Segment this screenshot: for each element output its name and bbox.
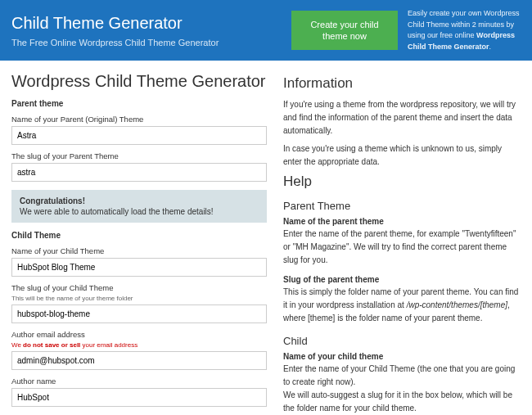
main-container: Wordpress Child Theme Generator Parent t… [0, 61, 532, 415]
child-slug-hint: This will be the name of your theme fold… [11, 295, 267, 302]
parent-slug-label: The slug of your Parent Theme [11, 151, 267, 160]
help-parent-name: Name of the parent theme Enter the name … [283, 217, 521, 267]
info-heading: Information [283, 75, 521, 92]
author-email-input[interactable] [11, 351, 267, 370]
info-column: Information If you're using a theme from… [283, 72, 521, 415]
author-email-hint: We do not save or sell your email addres… [11, 341, 267, 349]
alert-text: We were able to automatically load the t… [20, 207, 214, 216]
parent-slug-input[interactable] [11, 163, 267, 182]
author-email-label: Author email address [11, 330, 267, 339]
form-column: Wordpress Child Theme Generator Parent t… [11, 72, 267, 415]
help-child-heading: Child [283, 335, 521, 347]
header-description: Easily create your own Wordpress Child T… [398, 8, 521, 52]
child-name-label: Name of your Child Theme [11, 246, 267, 255]
alert-title: Congratulations! [20, 196, 259, 205]
help-child-name-body: Enter the name of your Child Theme (the … [283, 363, 521, 415]
help-parent-slug-title: Slug of the parent theme [283, 275, 521, 284]
child-name-input[interactable] [11, 258, 267, 277]
help-parent-name-body: Enter the name of the parent theme, for … [283, 228, 521, 267]
help-heading: Help [283, 174, 521, 190]
page-header: Child Theme Generator The Free Online Wo… [0, 0, 532, 61]
success-alert: Congratulations! We were able to automat… [11, 190, 267, 223]
child-slug-input[interactable] [11, 304, 267, 323]
header-cta-button[interactable]: Create your child theme now [291, 11, 398, 51]
help-child-name: Name of your child theme Enter the name … [283, 352, 521, 415]
child-section-label: Child Theme [11, 231, 267, 240]
author-name-input[interactable] [11, 388, 267, 407]
help-child-name-title: Name of your child theme [283, 352, 521, 361]
help-parent-slug-path: /wp-content/themes/[theme] [407, 300, 507, 309]
author-name-label: Author name [11, 377, 267, 386]
help-parent-heading: Parent Theme [283, 200, 521, 212]
site-title: Child Theme Generator [11, 14, 291, 33]
site-subtitle: The Free Online Wordpress Child Theme Ge… [11, 38, 291, 47]
parent-name-label: Name of your Parent (Original) Theme [11, 115, 267, 124]
header-desc-post: . [489, 43, 492, 51]
info-p1: If you're using a theme from the wordpre… [283, 98, 521, 138]
help-parent-slug: Slug of the parent theme This is simply … [283, 275, 521, 325]
info-p2: In case you're using a theme which is un… [283, 142, 521, 169]
header-left: Child Theme Generator The Free Online Wo… [11, 14, 291, 47]
child-slug-label: The slug of your Child Theme [11, 283, 267, 292]
help-parent-name-title: Name of the parent theme [283, 217, 521, 226]
help-parent-slug-body: This is simply the folder name of your p… [283, 286, 521, 325]
parent-name-input[interactable] [11, 126, 267, 145]
page-title: Wordpress Child Theme Generator [11, 72, 267, 91]
parent-section-label: Parent theme [11, 99, 267, 108]
